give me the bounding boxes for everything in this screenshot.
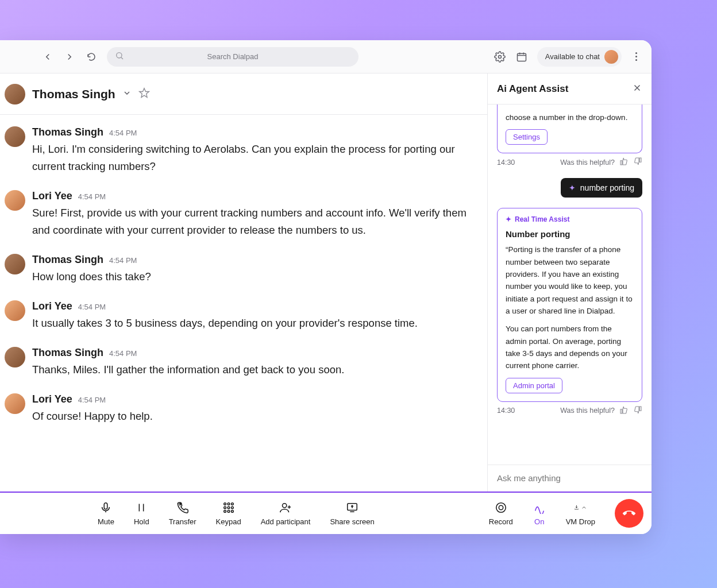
- contact-dropdown-toggle[interactable]: [122, 88, 132, 100]
- chevron-down-icon: [122, 88, 132, 98]
- message-time: 4:54 PM: [78, 303, 106, 311]
- svg-point-13: [283, 504, 287, 508]
- message-text: Of course! Happy to help.: [32, 408, 468, 425]
- nav-back-button[interactable]: [41, 51, 54, 63]
- thumbs-down-icon: [633, 405, 642, 415]
- presence-status[interactable]: Available to chat: [537, 47, 622, 67]
- assist-panel: Ai Agent Assist choose a number in the d…: [487, 74, 652, 492]
- message-text: Hi, Lori. I'm considering switching to A…: [32, 141, 468, 175]
- assist-scroll[interactable]: choose a number in the drop-down. Settin…: [488, 105, 652, 465]
- refresh-icon: [86, 52, 97, 62]
- assist-card: choose a number in the drop-down. Settin…: [497, 105, 642, 153]
- calendar-button[interactable]: [515, 51, 528, 63]
- transfer-icon: [176, 501, 189, 514]
- assist-card-para: “Porting is the transfer of a phone numb…: [506, 243, 634, 317]
- arrow-left-icon: [43, 52, 53, 62]
- close-assist-button[interactable]: [632, 83, 642, 95]
- record-button[interactable]: Record: [489, 501, 513, 526]
- svg-point-10: [223, 510, 226, 513]
- assist-header: Ai Agent Assist: [488, 74, 652, 105]
- thumbs-up-icon: [619, 405, 629, 415]
- gear-icon: [494, 51, 506, 63]
- message-author: Thomas Singh: [32, 254, 103, 266]
- add-participant-button[interactable]: Add participant: [261, 501, 311, 526]
- message-avatar: [5, 126, 25, 147]
- search-input[interactable]: Search Dialpad: [107, 47, 358, 67]
- helpful-label: Was this helpful?: [560, 407, 615, 415]
- thumbs-down-icon: [633, 157, 642, 166]
- thumbs-up-button[interactable]: [619, 157, 629, 168]
- chat-column: Thomas Singh Thomas Singh 4:54 PM: [0, 74, 487, 492]
- microphone-icon: [99, 501, 112, 514]
- svg-point-0: [117, 53, 122, 58]
- svg-point-16: [499, 505, 503, 509]
- assist-card-time: 14:30: [497, 407, 515, 415]
- arrow-right-icon: [64, 52, 75, 62]
- thumbs-up-button[interactable]: [619, 405, 629, 416]
- svg-point-5: [228, 503, 230, 505]
- chat-header: Thomas Singh: [0, 74, 487, 115]
- body-row: Thomas Singh Thomas Singh 4:54 PM: [0, 74, 652, 492]
- settings-button[interactable]: [494, 51, 506, 63]
- refresh-button[interactable]: [85, 51, 98, 63]
- search-placeholder: Search Dialpad: [207, 52, 259, 61]
- message-row: Thomas Singh 4:54 PM How long does this …: [5, 254, 468, 285]
- admin-portal-chip-button[interactable]: Admin portal: [506, 378, 562, 393]
- settings-chip-button[interactable]: Settings: [506, 129, 548, 145]
- message-author: Thomas Singh: [32, 347, 103, 359]
- assist-card-meta: 14:30 Was this helpful?: [497, 157, 642, 168]
- status-label: Available to chat: [545, 52, 600, 61]
- message-row: Lori Yee 4:54 PM It usually takes 3 to 5…: [5, 300, 468, 332]
- mute-button[interactable]: Mute: [98, 501, 114, 526]
- message-time: 4:54 PM: [78, 192, 106, 201]
- hold-button[interactable]: Hold: [134, 501, 149, 526]
- ai-icon: [533, 501, 546, 514]
- assist-input[interactable]: [497, 473, 642, 483]
- message-avatar: [5, 347, 25, 368]
- svg-point-7: [223, 506, 226, 509]
- hangup-button[interactable]: [615, 499, 643, 528]
- messages-list[interactable]: Thomas Singh 4:54 PM Hi, Lori. I'm consi…: [0, 115, 487, 492]
- app-window: Search Dialpad Available to chat Thomas …: [0, 40, 652, 534]
- message-row: Thomas Singh 4:54 PM Hi, Lori. I'm consi…: [5, 126, 468, 175]
- transfer-button[interactable]: Transfer: [169, 501, 196, 526]
- share-screen-icon: [346, 501, 358, 514]
- svg-point-8: [228, 506, 230, 509]
- assist-card-meta: 14:30 Was this helpful?: [497, 405, 642, 416]
- contact-name: Thomas Singh: [32, 87, 115, 101]
- message-text: How long does this take?: [32, 268, 468, 285]
- assist-title: Ai Agent Assist: [497, 83, 568, 95]
- nav-forward-button[interactable]: [63, 51, 76, 63]
- voicemail-icon: [573, 501, 580, 514]
- top-right-controls: Available to chat: [494, 47, 641, 67]
- thumbs-down-button[interactable]: [633, 157, 642, 168]
- assist-card-text: choose a number in the drop-down.: [506, 111, 634, 123]
- svg-point-12: [231, 510, 233, 513]
- svg-point-1: [498, 55, 501, 58]
- ai-on-button[interactable]: On: [533, 501, 546, 526]
- message-row: Thomas Singh 4:54 PM Thanks, Miles. I'll…: [5, 347, 468, 378]
- share-screen-button[interactable]: Share screen: [330, 501, 374, 526]
- vm-drop-button[interactable]: VM Drop: [566, 501, 595, 526]
- call-bar: Mute Hold Transfer Keypad Add participan…: [0, 492, 652, 534]
- favorite-button[interactable]: [138, 87, 150, 101]
- message-author: Thomas Singh: [32, 126, 103, 138]
- contact-avatar: [5, 84, 25, 105]
- message-avatar: [5, 393, 25, 414]
- more-menu-button[interactable]: [631, 52, 641, 61]
- assist-user-query: ✦ number porting: [561, 178, 642, 198]
- sparkle-icon: ✦: [569, 183, 576, 192]
- sparkle-icon: ✦: [506, 215, 511, 223]
- assist-input-bar: [488, 465, 652, 492]
- record-icon: [495, 501, 507, 514]
- thumbs-up-icon: [619, 157, 629, 166]
- message-author: Lori Yee: [32, 393, 72, 405]
- svg-point-15: [496, 503, 506, 513]
- message-row: Lori Yee 4:54 PM Of course! Happy to hel…: [5, 393, 468, 425]
- message-text: Sure! First, provide us with your curren…: [32, 204, 468, 239]
- assist-query-text: number porting: [580, 183, 634, 192]
- message-time: 4:54 PM: [109, 349, 137, 358]
- message-avatar: [5, 190, 25, 211]
- keypad-button[interactable]: Keypad: [216, 501, 241, 526]
- thumbs-down-button[interactable]: [633, 405, 642, 416]
